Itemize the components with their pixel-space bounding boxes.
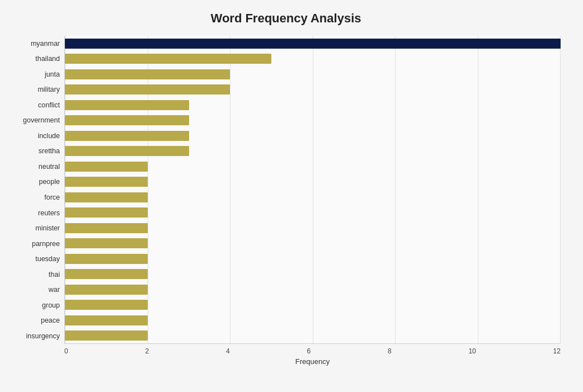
bar-row-group — [65, 299, 561, 311]
x-axis-label: Frequency — [64, 357, 561, 366]
bar-insurgency — [65, 330, 148, 341]
grid-line-12 — [560, 36, 561, 343]
bar-row-myanmar — [65, 37, 561, 50]
x-tick-2: 2 — [145, 347, 149, 355]
y-label-group: group — [11, 302, 60, 309]
grid-lines — [65, 36, 561, 343]
y-labels: myanmarthailandjuntamilitaryconflictgove… — [11, 36, 64, 344]
bar-government — [65, 115, 189, 125]
bar-row-neutral — [65, 160, 561, 173]
bar-row-government — [65, 114, 561, 126]
bar-thai — [65, 269, 148, 279]
bar-row-reuters — [65, 206, 561, 219]
x-tick-4: 4 — [226, 347, 230, 355]
bar-force — [65, 192, 148, 202]
chart-container: Word Frequency Analysis myanmarthailandj… — [0, 0, 583, 392]
bar-thailand — [65, 54, 271, 64]
y-label-thailand: thailand — [11, 55, 60, 63]
y-label-neutral: neutral — [11, 163, 60, 171]
y-label-government: government — [11, 117, 60, 124]
bar-minister — [65, 223, 148, 233]
bar-war — [65, 285, 148, 295]
y-label-srettha: srettha — [11, 148, 60, 155]
grid-line-2 — [148, 36, 148, 343]
bar-military — [65, 84, 230, 95]
bar-row-junta — [65, 68, 561, 81]
y-label-junta: junta — [11, 71, 60, 78]
grid-line-6 — [313, 36, 313, 343]
bar-tuesday — [65, 254, 148, 264]
y-label-military: military — [11, 86, 60, 93]
x-tick-8: 8 — [388, 347, 392, 355]
y-label-people: people — [11, 178, 60, 186]
bar-include — [65, 131, 189, 141]
bar-peace — [65, 315, 148, 325]
y-label-myanmar: myanmar — [11, 40, 60, 48]
x-tick-10: 10 — [468, 347, 476, 355]
y-label-reuters: reuters — [11, 210, 60, 217]
bar-parnpree — [65, 238, 148, 248]
bar-reuters — [65, 207, 148, 218]
bar-group — [65, 300, 148, 310]
y-label-thai: thai — [11, 271, 60, 278]
bar-junta — [65, 69, 230, 79]
chart-area: myanmarthailandjuntamilitaryconflictgove… — [11, 36, 561, 344]
bar-row-force — [65, 191, 561, 204]
x-tick-6: 6 — [307, 347, 311, 355]
grid-line-4 — [230, 36, 231, 343]
bar-row-srettha — [65, 145, 561, 157]
bar-row-insurgency — [65, 329, 561, 342]
x-axis: 024681012 — [64, 344, 561, 355]
bar-row-minister — [65, 222, 561, 234]
y-label-tuesday: tuesday — [11, 256, 60, 263]
bar-row-include — [65, 130, 561, 142]
bar-row-military — [65, 83, 561, 96]
bar-row-conflict — [65, 99, 561, 111]
bar-row-peace — [65, 314, 561, 327]
y-label-peace: peace — [11, 317, 60, 324]
bar-people — [65, 177, 148, 187]
grid-line-0 — [65, 36, 65, 343]
bar-row-thai — [65, 268, 561, 280]
grid-line-8 — [395, 36, 396, 343]
bar-srettha — [65, 146, 189, 156]
y-label-include: include — [11, 133, 60, 140]
y-label-force: force — [11, 194, 60, 201]
x-tick-12: 12 — [553, 347, 561, 355]
y-label-parnpree: parnpree — [11, 240, 60, 248]
x-tick-0: 0 — [64, 347, 68, 355]
y-label-conflict: conflict — [11, 102, 60, 109]
bar-row-parnpree — [65, 237, 561, 249]
bar-row-people — [65, 176, 561, 188]
bar-myanmar — [65, 39, 561, 49]
grid-line-10 — [478, 36, 478, 343]
y-label-war: war — [11, 286, 60, 294]
y-label-insurgency: insurgency — [11, 333, 60, 340]
bar-row-war — [65, 284, 561, 296]
bar-row-thailand — [65, 53, 561, 65]
bar-conflict — [65, 100, 189, 110]
y-label-minister: minister — [11, 225, 60, 232]
bar-neutral — [65, 162, 148, 172]
plot-area — [64, 36, 561, 344]
chart-title: Word Frequency Analysis — [11, 11, 561, 26]
bar-row-tuesday — [65, 253, 561, 265]
